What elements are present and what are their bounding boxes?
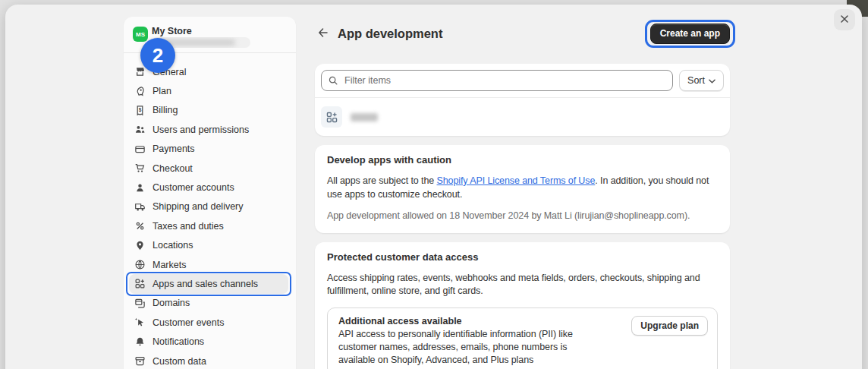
rocket-icon — [134, 85, 146, 97]
app-list-row[interactable] — [315, 98, 730, 136]
search-icon — [328, 75, 338, 86]
settings-modal: 2 MS My Store General Plan $ Billing Use… — [5, 5, 862, 369]
truck-icon — [134, 200, 146, 213]
sidebar-item-shipping-delivery[interactable]: Shipping and delivery — [129, 197, 288, 216]
sidebar-item-plan[interactable]: Plan — [129, 81, 288, 100]
caution-card-title: Develop apps with caution — [327, 154, 718, 166]
sidebar-item-label: Domains — [153, 298, 190, 308]
protected-data-card: Protected customer data access Access sh… — [315, 242, 730, 369]
api-license-link[interactable]: Shopify API License and Terms of Use — [437, 175, 596, 186]
close-button[interactable] — [834, 9, 855, 30]
bell-icon — [134, 336, 146, 348]
app-development-allowed-note: App development allowed on 18 November 2… — [327, 210, 718, 223]
additional-access-title: Additional access available — [338, 316, 593, 326]
back-arrow-icon — [317, 27, 329, 41]
additional-access-box: Additional access available API access t… — [327, 308, 718, 369]
main-content: App development Create an app Sort — [315, 23, 730, 369]
store-avatar: MS — [133, 27, 148, 42]
sidebar-item-label: Billing — [153, 105, 178, 115]
sidebar-item-taxes-duties[interactable]: Taxes and duties — [129, 216, 288, 235]
apps-icon — [134, 278, 146, 290]
store-name: My Store — [152, 26, 192, 36]
sidebar-item-label: Taxes and duties — [153, 221, 224, 232]
sidebar-item-customer-events[interactable]: Customer events — [129, 313, 288, 332]
sidebar-item-domains[interactable]: Domains — [129, 294, 288, 313]
sidebar-item-notifications[interactable]: Notifications — [129, 332, 288, 351]
caution-text-before: All apps are subject to the — [327, 175, 437, 186]
sidebar-item-label: Customer accounts — [153, 182, 234, 193]
upgrade-plan-button[interactable]: Upgrade plan — [631, 316, 708, 336]
sidebar-item-label: Apps and sales channels — [153, 279, 258, 289]
chevron-down-icon — [709, 75, 715, 86]
sidebar-item-label: Checkout — [153, 163, 193, 174]
protected-card-title: Protected customer data access — [327, 251, 718, 263]
sort-button-label: Sort — [687, 75, 705, 86]
caution-card: Develop apps with caution All apps are s… — [315, 145, 730, 233]
settings-nav: General Plan $ Billing Users and permiss… — [124, 53, 296, 369]
additional-access-body: API access to personally identifiable in… — [338, 328, 593, 367]
sidebar-item-label: Locations — [153, 240, 193, 251]
page-header: App development Create an app — [315, 23, 730, 44]
caution-card-body: All apps are subject to the Shopify API … — [327, 175, 718, 201]
sidebar-item-custom-data[interactable]: Custom data — [129, 352, 288, 369]
archive-icon — [134, 355, 146, 367]
app-grid-icon — [321, 106, 342, 128]
percent-icon — [134, 220, 146, 232]
pin-icon — [134, 239, 146, 251]
person-icon — [134, 181, 146, 194]
sidebar-item-users-permissions[interactable]: Users and permissions — [129, 120, 288, 139]
sidebar-item-label: Users and permissions — [153, 125, 249, 135]
sidebar-item-payments[interactable]: Payments — [129, 140, 288, 159]
cursor-icon — [134, 317, 146, 329]
sidebar-item-checkout[interactable]: Checkout — [129, 159, 288, 178]
sidebar-item-apps-sales-channels[interactable]: Apps and sales channels — [129, 274, 288, 293]
sidebar-item-label: Notifications — [153, 336, 204, 347]
globe-icon — [134, 259, 146, 271]
sidebar-item-label: Shipping and delivery — [153, 201, 244, 212]
page-title: App development — [338, 27, 442, 41]
app-name-blurred — [351, 113, 378, 121]
app-list-card: Sort — [315, 64, 730, 136]
back-button[interactable] — [315, 25, 332, 42]
receipt-icon: $ — [134, 104, 146, 116]
sidebar-item-locations[interactable]: Locations — [129, 236, 288, 255]
protected-card-body: Access shipping rates, events, webhooks … — [327, 272, 718, 298]
filter-items-input[interactable] — [321, 70, 673, 91]
sort-button[interactable]: Sort — [679, 70, 724, 91]
cart-icon — [134, 162, 146, 175]
domains-icon — [134, 297, 146, 309]
sidebar-item-label: Payments — [153, 144, 195, 154]
users-icon — [134, 124, 146, 136]
card-icon — [134, 143, 146, 155]
sidebar-item-label: Customer events — [153, 317, 224, 328]
app-list-toolbar: Sort — [315, 64, 730, 97]
store-icon — [134, 66, 146, 78]
close-icon — [840, 14, 849, 26]
sidebar-item-markets[interactable]: Markets — [129, 255, 288, 274]
sidebar-item-label: Markets — [153, 260, 186, 270]
sidebar-item-label: Plan — [153, 86, 171, 96]
sidebar-item-billing[interactable]: $ Billing — [129, 101, 288, 120]
sidebar-item-label: Custom data — [153, 356, 206, 367]
sidebar-item-customer-accounts[interactable]: Customer accounts — [129, 178, 288, 197]
annotation-step-badge: 2 — [140, 38, 175, 73]
svg-text:$: $ — [138, 107, 141, 113]
create-app-button[interactable]: Create an app — [650, 24, 730, 44]
